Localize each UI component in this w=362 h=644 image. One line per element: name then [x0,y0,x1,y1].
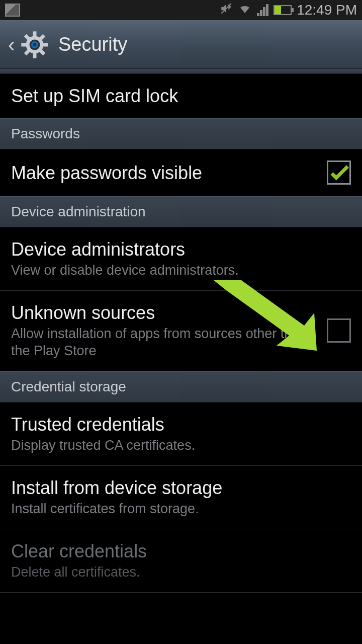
checkmark-icon [328,162,349,183]
status-bar: 12:49 PM [0,0,362,20]
mute-icon [220,2,233,18]
signal-icon [257,4,268,16]
install-from-storage-item[interactable]: Install from device storage Install cert… [0,466,362,529]
item-sub: Install certificates from storage. [11,501,351,518]
item-label: Clear credentials [11,540,351,562]
sim-card-lock-item[interactable]: Set up SIM card lock [0,74,362,118]
svg-rect-2 [33,31,37,36]
svg-rect-5 [43,43,48,46]
item-label: Unknown sources [11,302,317,324]
page-title: Security [58,34,127,55]
item-sub: Allow installation of apps from sources … [11,326,317,360]
battery-icon [274,5,292,15]
passwords-section-header: Passwords [0,118,362,149]
image-notification-icon [5,4,20,17]
item-sub: Display trusted CA certificates. [11,437,351,454]
item-label: Trusted credentials [11,414,351,435]
svg-point-12 [33,43,37,46]
settings-gear-icon [20,30,49,59]
section-divider [0,69,362,74]
item-sub: Delete all certificates. [11,564,351,581]
device-administrators-item[interactable]: Device administrators View or disable de… [0,227,362,291]
unknown-sources-item[interactable]: Unknown sources Allow installation of ap… [0,291,362,371]
back-icon[interactable]: ‹ [8,34,15,55]
trusted-credentials-item[interactable]: Trusted credentials Display trusted CA c… [0,403,362,466]
make-passwords-visible-item[interactable]: Make passwords visible [0,149,362,196]
wifi-icon [238,3,252,18]
item-label: Set up SIM card lock [11,85,351,107]
item-label: Make passwords visible [11,162,317,184]
passwords-visible-checkbox[interactable] [327,160,351,185]
item-label: Device administrators [11,238,351,260]
device-admin-section-header: Device administration [0,196,362,227]
clear-credentials-item: Clear credentials Delete all certificate… [0,529,362,593]
app-header[interactable]: ‹ Security [0,20,362,69]
item-sub: View or disable device administrators. [11,262,351,279]
unknown-sources-checkbox[interactable] [327,318,351,343]
svg-rect-3 [33,53,37,58]
status-time: 12:49 PM [297,2,357,18]
svg-rect-4 [21,43,26,46]
item-label: Install from device storage [11,477,351,499]
credential-storage-section-header: Credential storage [0,371,362,403]
